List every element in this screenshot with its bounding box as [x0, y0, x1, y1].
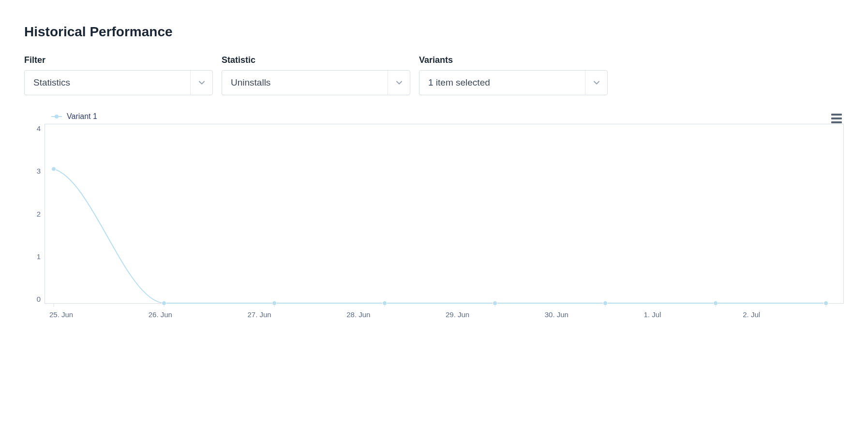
statistic-select-value: Uninstalls: [222, 77, 279, 88]
y-tick: 3: [37, 167, 41, 175]
legend-swatch-icon: [51, 116, 62, 117]
svg-point-8: [51, 167, 56, 171]
statistic-select[interactable]: Uninstalls: [222, 70, 410, 95]
hamburger-menu-icon[interactable]: [831, 112, 844, 125]
svg-point-9: [162, 301, 166, 306]
svg-point-11: [383, 301, 387, 306]
svg-point-14: [714, 301, 718, 306]
line-chart: [45, 124, 843, 303]
x-tick: 30. Jun: [542, 310, 641, 319]
variants-label: Variants: [419, 55, 608, 65]
svg-point-10: [272, 301, 277, 306]
filters-row: Filter Statistics Statistic Uninstalls V…: [24, 55, 844, 95]
y-tick: 2: [37, 210, 41, 218]
filter-group-filter: Filter Statistics: [24, 55, 213, 95]
chart-legend: Variant 1: [51, 112, 844, 121]
y-tick: 0: [37, 295, 41, 303]
x-tick: 29. Jun: [443, 310, 542, 319]
chart-container: Variant 1 4 3 2 1 0 25. Jun 26. Jun 27. …: [24, 112, 844, 319]
x-tick: 27. Jun: [245, 310, 344, 319]
legend-label[interactable]: Variant 1: [67, 112, 97, 121]
filter-group-statistic: Statistic Uninstalls: [222, 55, 410, 95]
x-axis: 25. Jun 26. Jun 27. Jun 28. Jun 29. Jun …: [45, 310, 844, 319]
x-tick: 25. Jun: [49, 310, 146, 319]
plot-row: 4 3 2 1 0: [24, 124, 844, 304]
y-axis: 4 3 2 1 0: [24, 124, 41, 304]
filter-select[interactable]: Statistics: [24, 70, 213, 95]
variants-select-value: 1 item selected: [419, 77, 499, 88]
chevron-down-icon: [388, 71, 410, 95]
x-tick: 2. Jul: [740, 310, 839, 319]
y-tick: 4: [37, 125, 41, 132]
svg-point-12: [493, 301, 497, 306]
filter-group-variants: Variants 1 item selected: [419, 55, 608, 95]
filter-label: Filter: [24, 55, 213, 65]
chevron-down-icon: [585, 71, 607, 95]
y-tick: 1: [37, 253, 41, 260]
svg-point-15: [824, 301, 828, 306]
x-tick: 28. Jun: [344, 310, 443, 319]
variants-select[interactable]: 1 item selected: [419, 70, 608, 95]
x-tick: 1. Jul: [641, 310, 740, 319]
page-title: Historical Performance: [24, 24, 844, 40]
filter-select-value: Statistics: [25, 77, 79, 88]
statistic-label: Statistic: [222, 55, 410, 65]
svg-point-13: [603, 301, 608, 306]
chevron-down-icon: [190, 71, 212, 95]
x-tick: 26. Jun: [146, 310, 245, 319]
chart-body: Variant 1 4 3 2 1 0 25. Jun 26. Jun 27. …: [24, 112, 844, 319]
plot-area[interactable]: [45, 124, 844, 304]
